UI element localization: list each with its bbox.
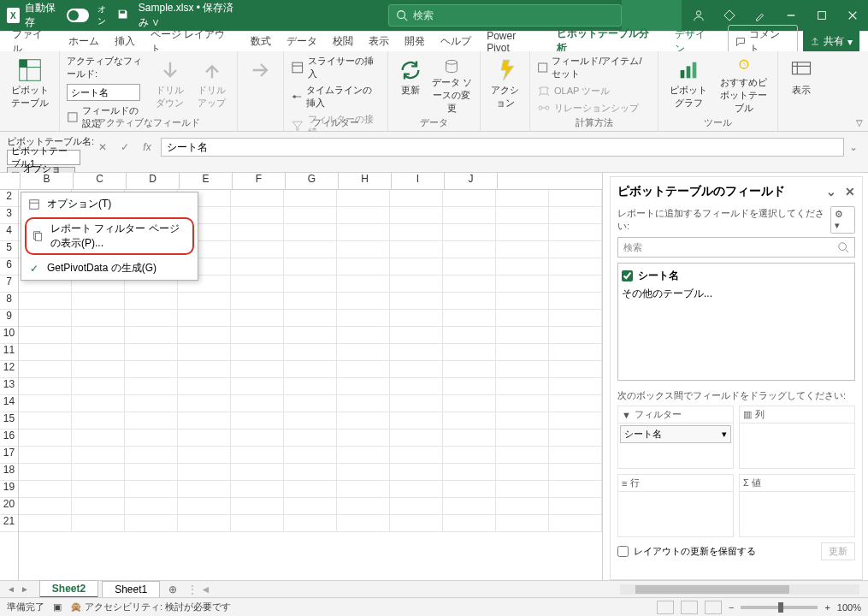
- cell[interactable]: [337, 464, 390, 481]
- cell[interactable]: [443, 275, 496, 293]
- cell[interactable]: [231, 515, 284, 532]
- cell[interactable]: [337, 190, 390, 207]
- cell[interactable]: [443, 515, 496, 532]
- cell[interactable]: [284, 361, 337, 378]
- formula-input[interactable]: シート名: [161, 138, 844, 157]
- cell[interactable]: [443, 224, 496, 241]
- other-tables-link[interactable]: その他のテーブル...: [622, 285, 851, 303]
- new-sheet-button[interactable]: ⊕: [168, 583, 177, 595]
- cell[interactable]: [390, 361, 443, 378]
- cell[interactable]: [72, 361, 125, 378]
- cell[interactable]: [549, 241, 602, 258]
- cell[interactable]: [390, 207, 443, 224]
- cell[interactable]: [125, 447, 178, 464]
- tab-data[interactable]: データ: [283, 31, 321, 52]
- zoom-slider[interactable]: [741, 606, 818, 609]
- cell[interactable]: [125, 378, 178, 395]
- cell[interactable]: [390, 344, 443, 361]
- cell[interactable]: [284, 498, 337, 515]
- cell[interactable]: [125, 412, 178, 429]
- cell[interactable]: [443, 481, 496, 498]
- cell[interactable]: [337, 412, 390, 429]
- cell[interactable]: [19, 310, 72, 327]
- insert-slicer-button[interactable]: スライサーの挿入: [291, 55, 381, 80]
- cell[interactable]: [19, 429, 72, 447]
- cell[interactable]: [231, 258, 284, 275]
- cell[interactable]: [178, 378, 231, 395]
- zoom-in-button[interactable]: +: [824, 602, 830, 613]
- cell[interactable]: [443, 412, 496, 429]
- cell[interactable]: [496, 275, 549, 293]
- fx-cancel-icon[interactable]: ✕: [94, 141, 111, 153]
- cell[interactable]: [443, 464, 496, 481]
- tab-home[interactable]: ホーム: [65, 31, 103, 52]
- cell[interactable]: [125, 310, 178, 327]
- cell[interactable]: [284, 515, 337, 532]
- field-item-set-button[interactable]: フィールド/アイテム/セット: [537, 55, 651, 80]
- cell[interactable]: [284, 190, 337, 207]
- cell[interactable]: [390, 515, 443, 532]
- change-data-source-button[interactable]: データ ソースの変更: [431, 55, 473, 115]
- cell[interactable]: [337, 447, 390, 464]
- cell[interactable]: [549, 429, 602, 447]
- col-header[interactable]: F: [233, 173, 286, 189]
- cell[interactable]: [390, 447, 443, 464]
- cell[interactable]: [443, 258, 496, 275]
- display-button[interactable]: 表示: [785, 55, 818, 129]
- cell[interactable]: [443, 190, 496, 207]
- cell[interactable]: [178, 464, 231, 481]
- cell[interactable]: [337, 207, 390, 224]
- tab-view[interactable]: 表示: [365, 31, 393, 52]
- col-header[interactable]: B: [21, 173, 74, 189]
- cell[interactable]: [19, 344, 72, 361]
- cell[interactable]: [443, 344, 496, 361]
- cell[interactable]: [337, 498, 390, 515]
- cell[interactable]: [178, 498, 231, 515]
- select-all-corner[interactable]: [0, 173, 21, 189]
- tab-developer[interactable]: 開発: [401, 31, 428, 52]
- cell[interactable]: [284, 447, 337, 464]
- cell[interactable]: [125, 395, 178, 412]
- cell[interactable]: [390, 429, 443, 447]
- cell[interactable]: [549, 361, 602, 378]
- cell[interactable]: [337, 361, 390, 378]
- zoom-level[interactable]: 100%: [837, 602, 861, 613]
- cell[interactable]: [549, 378, 602, 395]
- sheet-nav-next[interactable]: ►: [21, 584, 29, 594]
- close-icon[interactable]: ✕: [845, 185, 855, 198]
- cell[interactable]: [549, 258, 602, 275]
- cell[interactable]: [390, 498, 443, 515]
- cell[interactable]: [496, 412, 549, 429]
- cell[interactable]: [390, 378, 443, 395]
- cell[interactable]: [496, 447, 549, 464]
- cell[interactable]: [284, 481, 337, 498]
- cell[interactable]: [390, 395, 443, 412]
- cell[interactable]: [231, 327, 284, 344]
- cell[interactable]: [19, 395, 72, 412]
- row-header[interactable]: 7: [0, 275, 18, 293]
- cell[interactable]: [178, 395, 231, 412]
- cell[interactable]: [178, 515, 231, 532]
- col-header[interactable]: H: [339, 173, 392, 189]
- cell[interactable]: [496, 327, 549, 344]
- cell[interactable]: [337, 258, 390, 275]
- cell[interactable]: [19, 327, 72, 344]
- field-item-sheetname[interactable]: シート名: [622, 267, 851, 285]
- row-header[interactable]: 11: [0, 344, 18, 361]
- cell[interactable]: [72, 293, 125, 310]
- cell[interactable]: [178, 310, 231, 327]
- cell[interactable]: [284, 327, 337, 344]
- cell[interactable]: [125, 498, 178, 515]
- rows-area[interactable]: ≡行: [617, 474, 734, 537]
- cell[interactable]: [496, 361, 549, 378]
- menu-item-options[interactable]: オプション(T): [21, 192, 198, 216]
- cell[interactable]: [72, 464, 125, 481]
- filter-area[interactable]: ▼フィルター シート名 ▾: [617, 406, 734, 469]
- cell[interactable]: [496, 258, 549, 275]
- row-header[interactable]: 6: [0, 258, 18, 275]
- cell[interactable]: [390, 190, 443, 207]
- cell[interactable]: [390, 481, 443, 498]
- cell[interactable]: [178, 327, 231, 344]
- cell[interactable]: [19, 293, 72, 310]
- recommended-pivot-button[interactable]: おすすめピボットテーブル: [717, 55, 771, 115]
